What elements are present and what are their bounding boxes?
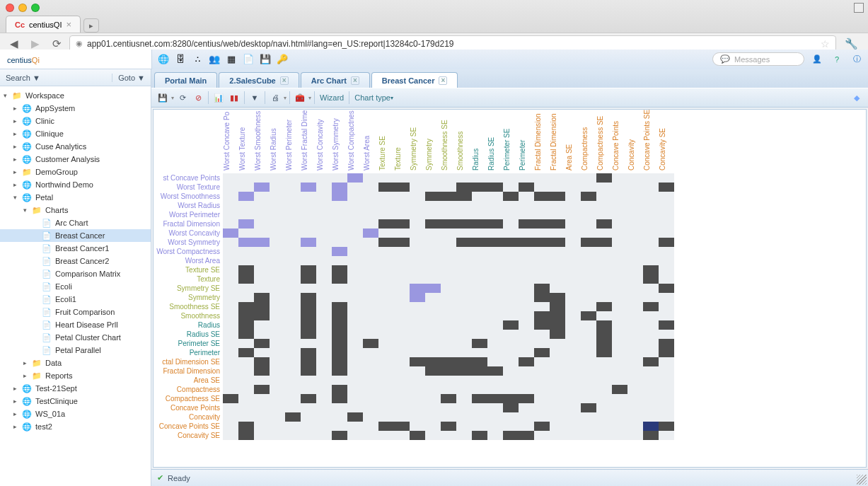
matrix-cell[interactable] [378,238,394,247]
matrix-cell[interactable] [378,422,394,431]
matrix-cell[interactable] [394,339,410,348]
matrix-cell[interactable] [378,376,394,385]
matrix-cell[interactable] [534,376,550,385]
chart-type-button[interactable]: Chart type ▾ [352,91,395,105]
matrix-cell[interactable] [347,210,363,219]
matrix-cell[interactable] [659,265,674,274]
matrix-cell[interactable] [487,192,503,201]
matrix-cell[interactable] [534,256,550,265]
matrix-cell[interactable] [550,412,565,422]
matrix-cell[interactable] [659,284,674,293]
matrix-cell[interactable] [596,366,612,376]
matrix-cell[interactable] [254,247,270,256]
matrix-cell[interactable] [581,173,596,183]
matrix-cell[interactable] [627,394,643,403]
matrix-cell[interactable] [378,431,394,440]
matrix-cell[interactable] [394,330,410,339]
matrix-cell[interactable] [363,320,378,330]
matrix-cell[interactable] [316,320,332,330]
matrix-cell[interactable] [565,394,581,403]
matrix-cell[interactable] [503,431,519,440]
matrix-cell[interactable] [441,385,456,394]
matrix-cell[interactable] [534,311,550,320]
matrix-cell[interactable] [503,394,519,403]
matrix-cell[interactable] [425,339,441,348]
matrix-cell[interactable] [363,219,378,228]
chart-button[interactable]: 📊 [212,91,226,105]
matrix-cell[interactable] [487,302,503,311]
matrix-cell[interactable] [596,330,612,339]
matrix-cell[interactable] [394,348,410,357]
matrix-cell[interactable] [410,311,425,320]
matrix-cell[interactable] [254,238,270,247]
matrix-cell[interactable] [503,274,519,284]
matrix-cell[interactable] [441,247,456,256]
matrix-cell[interactable] [410,394,425,403]
matrix-cell[interactable] [519,412,534,422]
matrix-cell[interactable] [612,330,627,339]
matrix-cell[interactable] [534,284,550,293]
app-tab[interactable]: Breast Cancer× [371,72,458,88]
matrix-cell[interactable] [410,385,425,394]
matrix-cell[interactable] [534,422,550,431]
matrix-cell[interactable] [627,320,643,330]
matrix-cell[interactable] [410,192,425,201]
save-icon[interactable]: 💾 [258,52,272,66]
matrix-cell[interactable] [565,412,581,422]
matrix-cell[interactable] [581,293,596,302]
matrix-cell[interactable] [627,256,643,265]
matrix-cell[interactable] [285,293,301,302]
matrix-cell[interactable] [254,385,270,394]
matrix-cell[interactable] [456,376,472,385]
matrix-cell[interactable] [394,192,410,201]
matrix-cell[interactable] [659,238,674,247]
matrix-cell[interactable] [270,238,285,247]
tree-node[interactable]: ▸📁Reports [0,369,151,382]
matrix-cell[interactable] [394,284,410,293]
matrix-cell[interactable] [550,210,565,219]
matrix-cell[interactable] [487,210,503,219]
matrix-cell[interactable] [363,366,378,376]
matrix-cell[interactable] [410,265,425,274]
matrix-cell[interactable] [441,422,456,431]
matrix-cell[interactable] [456,311,472,320]
matrix-cell[interactable] [612,219,627,228]
matrix-cell[interactable] [316,201,332,210]
matrix-cell[interactable] [347,302,363,311]
matrix-cell[interactable] [472,394,487,403]
matrix-cell[interactable] [332,339,347,348]
matrix-cell[interactable] [565,284,581,293]
matrix-cell[interactable] [425,228,441,238]
matrix-cell[interactable] [534,173,550,183]
matrix-cell[interactable] [612,256,627,265]
matrix-cell[interactable] [596,385,612,394]
matrix-cell[interactable] [223,339,238,348]
db-icon[interactable]: 🗄 [173,52,187,66]
matrix-cell[interactable] [550,311,565,320]
matrix-cell[interactable] [627,284,643,293]
matrix-cell[interactable] [410,173,425,183]
matrix-cell[interactable] [487,173,503,183]
matrix-cell[interactable] [347,330,363,339]
user-icon[interactable]: 👤 [810,52,824,66]
matrix-cell[interactable] [378,357,394,366]
matrix-cell[interactable] [627,173,643,183]
matrix-cell[interactable] [394,311,410,320]
matrix-cell[interactable] [425,348,441,357]
matrix-cell[interactable] [254,192,270,201]
matrix-cell[interactable] [596,302,612,311]
matrix-cell[interactable] [316,348,332,357]
close-icon[interactable]: × [351,76,359,85]
bookmark-icon[interactable]: ☆ [821,38,830,50]
matrix-cell[interactable] [487,183,503,192]
matrix-cell[interactable] [596,210,612,219]
matrix-cell[interactable] [487,293,503,302]
matrix-cell[interactable] [270,412,285,422]
matrix-cell[interactable] [565,302,581,311]
matrix-cell[interactable] [487,385,503,394]
matrix-cell[interactable] [550,330,565,339]
matrix-cell[interactable] [659,201,674,210]
matrix-cell[interactable] [285,247,301,256]
matrix-cell[interactable] [456,201,472,210]
matrix-cell[interactable] [565,238,581,247]
